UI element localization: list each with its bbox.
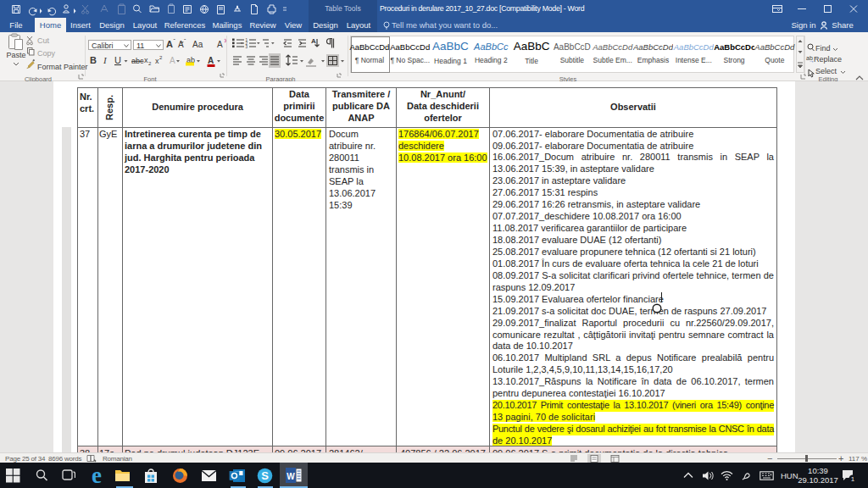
- svg-text:A: A: [217, 40, 223, 49]
- svg-text:A: A: [166, 39, 173, 49]
- svg-text:2: 2: [159, 55, 163, 60]
- svg-text:A: A: [170, 56, 175, 65]
- svg-text:W: W: [287, 472, 295, 481]
- svg-text:A: A: [178, 40, 184, 49]
- svg-text:1: 1: [851, 475, 855, 483]
- svg-text:2: 2: [148, 61, 152, 66]
- svg-text:B: B: [90, 55, 97, 65]
- svg-text:I: I: [103, 55, 108, 65]
- svg-text:S: S: [261, 469, 269, 482]
- svg-text:3: 3: [246, 45, 248, 49]
- svg-text:A: A: [208, 56, 214, 65]
- svg-text:U: U: [114, 55, 121, 65]
- svg-text:A: A: [311, 37, 316, 45]
- svg-text:abc: abc: [131, 57, 144, 65]
- svg-text:ˆ: ˆ: [174, 38, 176, 44]
- svg-text:ˇ: ˇ: [184, 38, 186, 44]
- svg-text:Aa: Aa: [192, 40, 203, 49]
